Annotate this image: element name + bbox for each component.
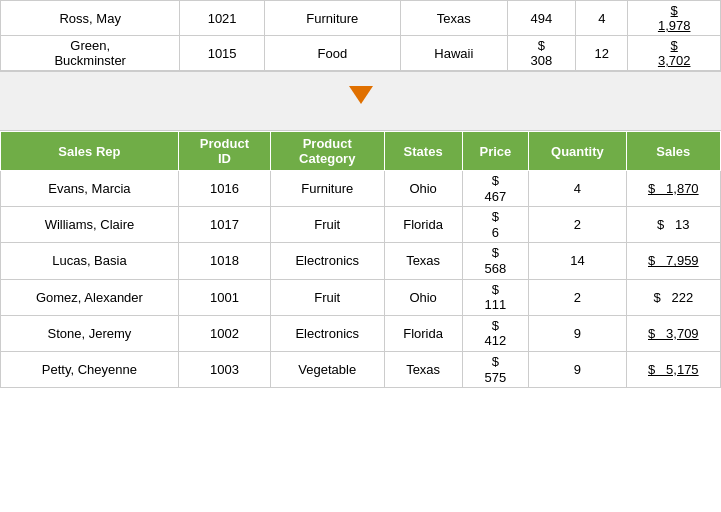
sales-rep-cell: Green,Buckminster: [1, 36, 180, 71]
states-cell: Florida: [384, 315, 462, 351]
quantity-cell: 12: [576, 36, 628, 71]
product-category-cell: Electronics: [270, 315, 384, 351]
states-cell: Ohio: [384, 171, 462, 207]
states-cell: Ohio: [384, 279, 462, 315]
states-cell: Florida: [384, 207, 462, 243]
quantity-cell: 2: [529, 279, 626, 315]
header-row-label: [0, 72, 721, 86]
price-cell: $111: [462, 279, 528, 315]
product-id-cell: 1017: [178, 207, 270, 243]
sales-cell: $3,702: [628, 36, 721, 71]
quantity-cell: 9: [529, 315, 626, 351]
sales-rep-cell: Ross, May: [1, 1, 180, 36]
price-cell: 494: [507, 1, 575, 36]
product-category-cell: Furniture: [270, 171, 384, 207]
product-id-cell: 1003: [178, 351, 270, 387]
price-cell: $308: [507, 36, 575, 71]
price-cell: $6: [462, 207, 528, 243]
table-row: Stone, Jeremy 1002 Electronics Florida $…: [1, 315, 721, 351]
sales-rep-cell: Gomez, Alexander: [1, 279, 179, 315]
product-category-cell: Electronics: [270, 243, 384, 279]
header-productID: ProductID: [178, 132, 270, 171]
sales-rep-cell: Stone, Jeremy: [1, 315, 179, 351]
price-cell: $412: [462, 315, 528, 351]
product-id-cell: 1018: [178, 243, 270, 279]
sales-cell: $ 1,870: [626, 171, 720, 207]
states-cell: Texas: [384, 243, 462, 279]
quantity-cell: 14: [529, 243, 626, 279]
sales-cell: $ 13: [626, 207, 720, 243]
sales-cell: $ 3,709: [626, 315, 720, 351]
header-quantity: Quantity: [529, 132, 626, 171]
product-id-cell: 1015: [180, 36, 264, 71]
product-id-cell: 1021: [180, 1, 264, 36]
table-row: Gomez, Alexander 1001 Fruit Ohio $111 2 …: [1, 279, 721, 315]
product-category-cell: Furniture: [264, 1, 400, 36]
product-category-cell: Food: [264, 36, 400, 71]
sales-rep-cell: Lucas, Basia: [1, 243, 179, 279]
gap-section: [0, 71, 721, 131]
states-cell: Hawaii: [400, 36, 507, 71]
quantity-cell: 9: [529, 351, 626, 387]
sales-cell: $ 5,175: [626, 351, 720, 387]
top-table: Ross, May 1021 Furniture Texas 494 4 $1,…: [0, 0, 721, 71]
product-category-cell: Vegetable: [270, 351, 384, 387]
header-price: Price: [462, 132, 528, 171]
table-row: Green,Buckminster 1015 Food Hawaii $308 …: [1, 36, 721, 71]
product-id-cell: 1001: [178, 279, 270, 315]
sales-rep-cell: Evans, Marcia: [1, 171, 179, 207]
price-cell: $467: [462, 171, 528, 207]
sales-cell: $ 222: [626, 279, 720, 315]
product-id-cell: 1002: [178, 315, 270, 351]
product-category-cell: Fruit: [270, 279, 384, 315]
header-productCategory: ProductCategory: [270, 132, 384, 171]
sales-cell: $1,978: [628, 1, 721, 36]
main-table: Sales RepProductIDProductCategoryStatesP…: [0, 131, 721, 388]
header-sales: Sales: [626, 132, 720, 171]
main-table-container: Sales RepProductIDProductCategoryStatesP…: [0, 131, 721, 388]
table-row: Williams, Claire 1017 Fruit Florida $6 2…: [1, 207, 721, 243]
down-arrow-icon: [349, 86, 373, 104]
sales-rep-cell: Petty, Cheyenne: [1, 351, 179, 387]
product-category-cell: Fruit: [270, 207, 384, 243]
sales-rep-cell: Williams, Claire: [1, 207, 179, 243]
table-row: Petty, Cheyenne 1003 Vegetable Texas $57…: [1, 351, 721, 387]
table-row: Lucas, Basia 1018 Electronics Texas $568…: [1, 243, 721, 279]
header-row: Sales RepProductIDProductCategoryStatesP…: [1, 132, 721, 171]
quantity-cell: 4: [529, 171, 626, 207]
price-cell: $568: [462, 243, 528, 279]
price-cell: $575: [462, 351, 528, 387]
arrow-container: [0, 86, 721, 111]
header-salesRep: Sales Rep: [1, 132, 179, 171]
states-cell: Texas: [384, 351, 462, 387]
quantity-cell: 2: [529, 207, 626, 243]
table-row: Ross, May 1021 Furniture Texas 494 4 $1,…: [1, 1, 721, 36]
sales-cell: $ 7,959: [626, 243, 720, 279]
product-id-cell: 1016: [178, 171, 270, 207]
table-row: Evans, Marcia 1016 Furniture Ohio $467 4…: [1, 171, 721, 207]
quantity-cell: 4: [576, 1, 628, 36]
header-states: States: [384, 132, 462, 171]
top-section: Ross, May 1021 Furniture Texas 494 4 $1,…: [0, 0, 721, 71]
states-cell: Texas: [400, 1, 507, 36]
